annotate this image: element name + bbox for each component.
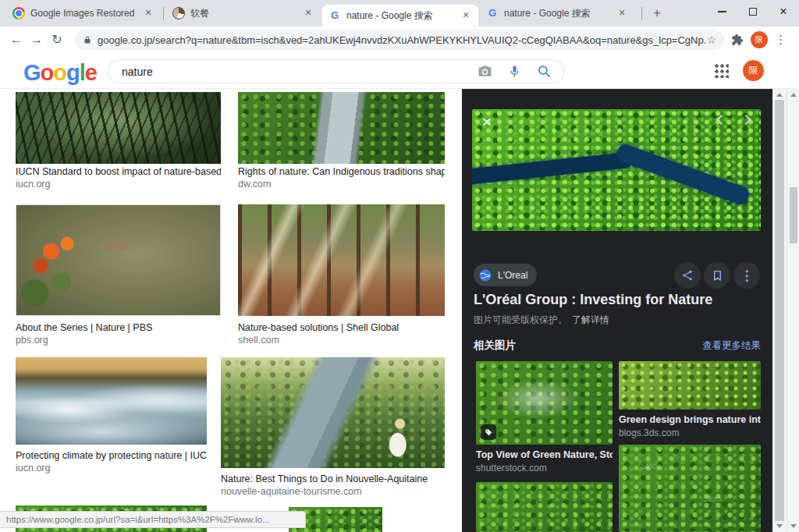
related-image-shutterstock[interactable]	[476, 361, 613, 445]
related-image-partial-stock[interactable]: Stock Stock	[619, 445, 761, 532]
source-site-label: L'Oreal	[498, 270, 527, 281]
bookmark-icon	[712, 270, 723, 282]
page-scrollbar-thumb[interactable]	[790, 187, 797, 243]
panel-scrollbar[interactable]	[772, 89, 787, 532]
tab-strip: Google Images Restored - Chr × 软餐 × G na…	[0, 0, 799, 27]
search-icon[interactable]	[534, 62, 553, 81]
profile-avatar[interactable]: 限	[751, 31, 768, 48]
results-area: IUCN Standard to boost impact of nature-…	[0, 89, 799, 532]
search-box[interactable]	[108, 59, 565, 83]
google-g-favicon: G	[486, 7, 499, 20]
camera-search-icon[interactable]	[475, 62, 494, 81]
related-domain: shutterstock.com	[476, 463, 547, 473]
scroll-down-arrow-icon[interactable]	[776, 524, 783, 528]
result-image-shell-forest[interactable]	[238, 204, 445, 316]
tab-ruancan[interactable]: 软餐 ×	[166, 0, 321, 27]
forward-button[interactable]: →	[27, 30, 47, 50]
bookmark-star-icon[interactable]: ☆	[706, 34, 716, 46]
vertical-dots-icon: ⋮	[740, 268, 754, 284]
result-image-iucn-misty[interactable]	[16, 357, 207, 445]
logo-letter: e	[85, 60, 97, 85]
result-domain: iucn.org	[16, 463, 50, 473]
river-decoration	[615, 142, 751, 207]
tab-close-icon[interactable]: ×	[616, 7, 628, 20]
minimize-icon	[718, 11, 726, 12]
copyright-notice: 图片可能受版权保护。了解详情	[474, 314, 609, 327]
page-scrollbar[interactable]	[787, 89, 799, 532]
stock-watermark: Stock	[641, 462, 660, 470]
google-apps-grid-icon[interactable]	[715, 64, 729, 78]
share-icon	[681, 269, 694, 282]
panel-close-icon[interactable]: ×	[478, 112, 496, 131]
logo-letter: l	[80, 60, 85, 85]
result-title[interactable]: IUCN Standard to boost impact of nature-…	[16, 166, 221, 177]
related-images-header: 相关图片	[474, 339, 516, 353]
logo-letter: G	[23, 60, 41, 85]
tab-title: 软餐	[190, 7, 297, 20]
tab-nature-search[interactable]: G nature - Google 搜索 ×	[480, 0, 634, 27]
window-close-button[interactable]: ×	[768, 0, 799, 23]
browser-menu-icon[interactable]: ⋮	[775, 33, 787, 47]
tab-close-icon[interactable]: ×	[460, 9, 472, 22]
product-tag-icon[interactable]	[481, 424, 496, 440]
result-domain: pbs.org	[16, 335, 48, 346]
tab-nature-search-active[interactable]: G nature - Google 搜索 ×	[322, 5, 478, 27]
panel-scrollbar-thumb[interactable]	[775, 100, 784, 521]
tab-title: nature - Google 搜索	[504, 7, 611, 20]
pie-favicon	[172, 7, 185, 20]
tab-close-icon[interactable]: ×	[142, 7, 154, 20]
related-title[interactable]: Green design brings nature into the...	[619, 414, 761, 425]
back-button[interactable]: ←	[6, 30, 27, 50]
save-bookmark-button[interactable]	[704, 262, 730, 289]
tab-close-icon[interactable]: ×	[302, 7, 314, 20]
result-title[interactable]: Nature: Best Things to Do in Nouvelle-Aq…	[221, 473, 445, 484]
result-image-iucn-mangrove[interactable]	[16, 92, 221, 164]
result-title[interactable]: Protecting climate by protecting nature …	[16, 450, 207, 461]
url-text: google.co.jp/search?q=nature&tbm=isch&ve…	[98, 34, 706, 46]
reload-button[interactable]: ↻	[47, 30, 67, 50]
tab-separator	[163, 7, 164, 20]
browser-window: Google Images Restored - Chr × 软餐 × G na…	[0, 0, 799, 532]
tab-google-images-restored[interactable]: Google Images Restored - Chr ×	[6, 0, 161, 27]
globe-icon	[478, 268, 492, 282]
scroll-up-arrow-icon[interactable]	[790, 93, 797, 97]
voice-search-icon[interactable]	[505, 62, 524, 81]
status-link-tooltip: https://www.google.co.jp/url?sa=i&url=ht…	[0, 511, 306, 528]
more-options-button[interactable]: ⋮	[733, 262, 760, 289]
maximize-icon	[749, 8, 757, 16]
logo-letter: g	[66, 60, 80, 85]
see-more-results-link[interactable]: 查看更多结果	[702, 339, 761, 353]
tab-title: Google Images Restored - Chr	[30, 8, 137, 19]
share-button[interactable]	[674, 262, 701, 289]
copyright-text: 图片可能受版权保护。	[474, 314, 567, 325]
related-title[interactable]: Top View of Green Nature, Stock Fo...	[476, 449, 613, 460]
source-site-pill[interactable]: L'Oreal	[474, 264, 537, 286]
related-image-3ds-moss[interactable]	[619, 361, 761, 410]
related-domain: blogs.3ds.com	[619, 427, 679, 438]
related-image-partial[interactable]	[476, 482, 613, 532]
result-image-aquitaine-valley[interactable]	[221, 357, 445, 468]
lock-icon	[83, 35, 92, 45]
result-title[interactable]: Rights of nature: Can Indigenous traditi…	[238, 166, 445, 177]
window-close-icon: ×	[779, 5, 787, 19]
scroll-up-arrow-icon[interactable]	[776, 93, 783, 97]
result-title[interactable]: Nature-based solutions | Shell Global	[238, 322, 445, 333]
image-title[interactable]: L'Oréal Group : Investing for Nature	[474, 292, 762, 308]
preview-image-aerial-forest-river[interactable]	[472, 109, 761, 231]
scroll-down-arrow-icon[interactable]	[790, 524, 797, 528]
minimize-button[interactable]	[706, 0, 737, 23]
search-input[interactable]	[122, 66, 475, 78]
learn-more-link[interactable]: 了解详情	[572, 314, 609, 325]
address-bar[interactable]: google.co.jp/search?q=nature&tbm=isch&ve…	[75, 30, 724, 50]
extensions-puzzle-icon[interactable]	[731, 34, 744, 46]
google-logo[interactable]: Google	[23, 60, 97, 86]
new-tab-button[interactable]: +	[648, 4, 666, 23]
maximize-button[interactable]	[737, 0, 769, 23]
result-image-dw-river[interactable]	[238, 92, 445, 164]
result-domain: iucn.org	[16, 179, 50, 190]
google-account-avatar[interactable]: 限	[743, 60, 764, 81]
result-title[interactable]: About the Series | Nature | PBS	[16, 322, 221, 333]
chrome-colors-favicon	[12, 7, 25, 20]
result-image-pbs-hummingbird[interactable]	[16, 204, 221, 316]
tab-title: nature - Google 搜索	[346, 9, 455, 23]
